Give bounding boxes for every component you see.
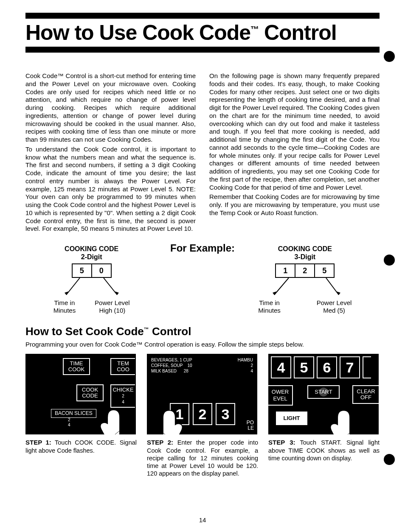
code-digit: 1: [276, 264, 295, 277]
code-digit: 5: [315, 264, 334, 277]
step-3: 4 5 6 7 OWER EVEL START CLEAR OFF LIGHT: [268, 354, 380, 477]
code-boxes: 5 0: [72, 263, 112, 278]
clear-off-button: CLEAR OFF: [352, 385, 379, 404]
po-line: LE: [248, 425, 254, 431]
svg-line-8: [150, 427, 176, 434]
svg-line-6: [110, 428, 135, 434]
code-label-time: Time in Minutes: [53, 299, 76, 314]
page-number: 14: [0, 516, 405, 524]
power-level-button: OWER EVEL: [268, 385, 293, 406]
body-paragraph: Remember that Cooking Codes are for micr…: [209, 193, 380, 217]
code-boxes: 1 2 5: [275, 263, 335, 278]
code-label-time: Time in Minutes: [258, 299, 281, 314]
tiny-num: 4: [68, 423, 70, 428]
svg-line-7: [153, 425, 178, 434]
sub-instruction: Programming your oven for Cook Code™ Con…: [25, 341, 380, 348]
title-top-rule: [25, 13, 380, 19]
pl-line: EVEL: [273, 395, 287, 402]
trademark-symbol: ™: [144, 326, 149, 332]
step-2: BEVERAGES, 1 CUPHAMBU COFFEE, SOUP 102 M…: [147, 354, 258, 477]
body-paragraph: On the following page is shown many freq…: [209, 72, 380, 191]
pl-line: OWER: [272, 389, 289, 395]
hole-punch-icon: [384, 255, 395, 266]
header-item: 10: [187, 363, 192, 368]
cc-head-line: 3-Digit: [294, 253, 315, 260]
title-prefix: How to Use Cook Code: [25, 21, 250, 45]
step-label: STEP 2:: [147, 439, 173, 446]
cook-code-button: COOK CODE: [76, 384, 104, 402]
clear-line: CLEAR: [357, 388, 375, 395]
cc-head-line: 2-Digit: [81, 253, 102, 260]
code-label-power: Power Level Med (5): [317, 299, 352, 314]
svg-line-10: [337, 427, 363, 434]
tiny-num: 4: [122, 400, 124, 404]
po-line: PO: [247, 420, 254, 426]
chicken-label: CHICKE: [112, 386, 133, 393]
keypad-digit: 5: [294, 356, 314, 378]
page-title: How to Use Cook Code™ Control: [25, 20, 380, 45]
header-item: COFFEE, SOUP: [151, 363, 183, 368]
body-paragraph: To understand the Cook Code control, it …: [25, 146, 196, 233]
cooking-code-2digit: COOKING CODE 2-Digit 5 0 Time in Minutes…: [53, 245, 130, 314]
power-level-partial: PO LE: [247, 420, 254, 431]
header-item: MILK BASED: [151, 369, 177, 373]
svg-line-1: [104, 278, 117, 295]
code-label-power: Power Level High (10): [95, 299, 130, 314]
cc-head-line: COOKING CODE: [278, 245, 332, 252]
header-item: 28: [184, 369, 188, 373]
code-digit: 0: [92, 264, 111, 277]
control-panel-illustration: TIME COOK TEM COO COOK CODE CHICKE 2 4 B…: [25, 354, 136, 434]
control-panel-illustration: BEVERAGES, 1 CUPHAMBU COFFEE, SOUP 102 M…: [147, 354, 257, 434]
time-cook-button: TIME COOK: [63, 358, 90, 375]
step-label: STEP 1:: [25, 439, 51, 446]
keypad-digit: 6: [317, 356, 337, 378]
svg-line-5: [107, 425, 132, 434]
header-item: 4: [250, 368, 253, 374]
temp-cook-button: TEM COO: [110, 358, 135, 375]
body-paragraph: Cook Code™ Control is a short-cut method…: [25, 72, 196, 144]
cc-head-line: COOKING CODE: [65, 245, 118, 252]
chicken-button: CHICKE 2 4: [110, 384, 135, 408]
svg-line-0: [66, 278, 80, 295]
keypad-digit: 4: [271, 356, 291, 378]
code-diagram-lines: [258, 278, 352, 299]
code-digit: 5: [73, 264, 92, 277]
body-columns: Cook Code™ Control is a short-cut method…: [25, 72, 380, 235]
panel-header: BEVERAGES, 1 CUPHAMBU COFFEE, SOUP 102 M…: [147, 354, 257, 377]
svg-line-4: [104, 423, 130, 434]
tiny-num: 2: [68, 417, 70, 423]
hole-punch-icon: [384, 454, 395, 465]
sub-prefix: How to Set Cook Code: [25, 325, 144, 338]
control-panel-illustration: 4 5 6 7 OWER EVEL START CLEAR OFF LIGHT: [268, 354, 379, 434]
keypad-digit: 1: [170, 403, 189, 425]
svg-line-3: [326, 278, 339, 295]
step-1: TIME COOK TEM COO COOK CODE CHICKE 2 4 B…: [25, 354, 137, 477]
svg-line-2: [274, 278, 289, 295]
keypad-digit: 7: [340, 356, 360, 378]
clear-line: OFF: [360, 394, 371, 400]
header-item: 2: [250, 363, 253, 368]
keypad-digit: 2: [193, 403, 212, 425]
trademark-symbol: ™: [250, 25, 259, 34]
svg-line-9: [335, 425, 360, 434]
start-button: START: [307, 385, 340, 399]
tiny-num: 2: [122, 394, 124, 398]
code-digit: 2: [295, 264, 315, 277]
cooking-code-3digit: COOKING CODE 3-Digit 1 2 5 Time in Minut…: [258, 245, 352, 314]
code-diagram-lines: [53, 278, 130, 299]
light-button: LIGHT: [276, 412, 307, 425]
step-label: STEP 3:: [268, 439, 295, 446]
subsection-heading: How to Set Cook Code™ Control: [25, 325, 380, 338]
hole-punch-icon: [384, 51, 395, 62]
sub-suffix: Control: [149, 325, 191, 338]
title-suffix: Control: [259, 21, 337, 45]
header-item: HAMBU: [238, 357, 253, 363]
header-item: BEVERAGES, 1 CUP: [151, 357, 192, 363]
keypad-digit: 3: [216, 403, 235, 425]
bacon-slices-label: BACON SLICES: [51, 409, 96, 418]
keypad-digit-partial: [363, 356, 371, 378]
title-under-rule: [25, 47, 380, 53]
